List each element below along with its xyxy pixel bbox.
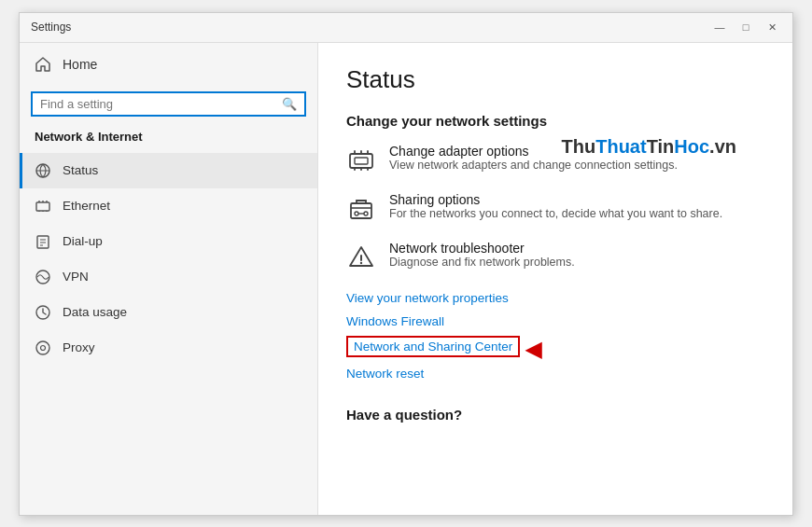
- sidebar-item-label-datausage: Data usage: [63, 305, 127, 319]
- search-input[interactable]: [40, 97, 282, 111]
- svg-rect-1: [36, 202, 49, 211]
- sidebar-item-dialup[interactable]: Dial-up: [20, 224, 317, 259]
- sidebar-item-label-status: Status: [63, 163, 98, 177]
- sidebar-item-label-ethernet: Ethernet: [63, 199, 110, 213]
- sharing-option: Sharing options For the networks you con…: [346, 192, 764, 224]
- sharing-text: Sharing options For the networks you con…: [389, 192, 722, 220]
- maximize-button[interactable]: □: [736, 18, 755, 36]
- troubleshooter-icon: [346, 243, 376, 272]
- proxy-icon: [35, 340, 51, 356]
- page-title: Status: [346, 65, 764, 94]
- windows-firewall-link[interactable]: Windows Firewall: [346, 312, 764, 336]
- adapter-text: Change adapter options View network adap…: [389, 144, 678, 172]
- adapter-desc: View network adapters and change connect…: [389, 159, 678, 172]
- sidebar-section-title: Network & Internet: [20, 126, 317, 153]
- adapter-option: Change adapter options View network adap…: [346, 144, 764, 175]
- dialup-icon: [35, 233, 51, 250]
- sidebar-item-proxy[interactable]: Proxy: [20, 330, 317, 366]
- vpn-icon: [35, 269, 51, 285]
- have-question-heading: Have a question?: [346, 407, 764, 423]
- svg-rect-8: [355, 158, 368, 164]
- sidebar-item-label-proxy: Proxy: [63, 340, 95, 354]
- links-section: View your network properties Windows Fir…: [346, 289, 764, 388]
- sidebar-item-ethernet[interactable]: Ethernet: [20, 188, 317, 224]
- svg-point-11: [364, 212, 368, 215]
- home-icon: [35, 56, 51, 73]
- troubleshooter-text: Network troubleshooter Diagnose and fix …: [389, 241, 575, 269]
- home-label: Home: [63, 57, 97, 72]
- svg-rect-7: [350, 154, 372, 168]
- minimize-button[interactable]: —: [710, 18, 729, 36]
- search-box[interactable]: 🔍: [31, 91, 306, 117]
- troubleshooter-title: Network troubleshooter: [389, 241, 575, 256]
- troubleshooter-desc: Diagnose and fix network problems.: [389, 256, 575, 269]
- svg-point-5: [36, 341, 49, 354]
- sidebar-item-vpn[interactable]: VPN: [20, 259, 317, 295]
- svg-point-10: [355, 212, 358, 215]
- sharing-icon: [346, 194, 376, 224]
- network-reset-link[interactable]: Network reset: [346, 365, 764, 388]
- svg-point-6: [41, 345, 46, 350]
- sidebar-item-home[interactable]: Home: [20, 43, 317, 86]
- datausage-icon: [35, 304, 51, 321]
- ethernet-icon: [35, 198, 51, 215]
- sharing-title: Sharing options: [389, 192, 722, 207]
- view-properties-link[interactable]: View your network properties: [346, 289, 764, 312]
- sidebar-item-label-dialup: Dial-up: [63, 234, 103, 248]
- main-content: ThuThuatTinHoc.vn Status Change your net…: [318, 43, 792, 515]
- title-bar: Settings — □ ✕: [20, 13, 792, 43]
- sidebar-item-label-vpn: VPN: [63, 270, 89, 284]
- sidebar-item-status[interactable]: Status: [20, 153, 317, 188]
- adapter-title: Change adapter options: [389, 144, 678, 159]
- red-arrow-icon: ◀: [525, 338, 541, 362]
- search-icon: 🔍: [282, 97, 297, 111]
- sidebar: Home 🔍 Network & Internet Status: [20, 43, 318, 515]
- window-controls: — □ ✕: [710, 18, 781, 36]
- settings-window: Settings — □ ✕ Home 🔍 Network & Internet: [19, 12, 793, 516]
- svg-rect-9: [351, 203, 371, 218]
- network-sharing-center-link[interactable]: Network and Sharing Center: [346, 336, 520, 357]
- change-settings-heading: Change your network settings: [346, 113, 764, 129]
- sidebar-item-datausage[interactable]: Data usage: [20, 295, 317, 330]
- status-icon: [35, 162, 51, 179]
- network-sharing-center-row: Network and Sharing Center ◀: [346, 336, 764, 365]
- troubleshooter-option: Network troubleshooter Diagnose and fix …: [346, 241, 764, 272]
- window-title: Settings: [31, 21, 71, 34]
- content-area: Home 🔍 Network & Internet Status: [20, 43, 792, 515]
- svg-point-12: [360, 261, 362, 263]
- adapter-icon: [346, 146, 376, 175]
- sharing-desc: For the networks you connect to, decide …: [389, 207, 722, 220]
- close-button[interactable]: ✕: [763, 18, 781, 36]
